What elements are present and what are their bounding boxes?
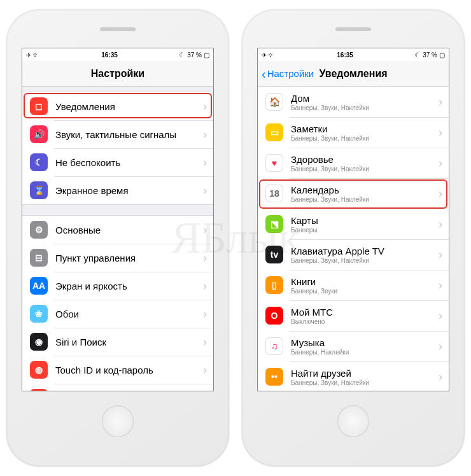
row-sublabel: Баннеры, Звуки [291,288,435,295]
chevron-right-icon: › [439,126,442,139]
row-label: Музыка [291,337,435,348]
wifi-icon: ᯤ [269,52,275,59]
home-button[interactable] [102,405,134,437]
dnd-moon-icon: ☾ [414,51,421,59]
row-mts[interactable]: O Мой МТС Выключено › [258,300,449,331]
chevron-right-icon: › [439,248,442,262]
back-label: Настройки [267,68,314,79]
row-calendar[interactable]: 18 Календарь Баннеры, Звуки, Наклейки › [258,178,449,209]
phone-left: ✈ ᯤ 16:35 ☾ 37 % ▢ Настройки ◻ Уведомлен… [6,10,229,466]
chevron-right-icon: › [203,363,207,377]
chevron-right-icon: › [439,309,442,323]
navbar: ‹ Настройки Уведомления [258,61,449,87]
row-notes[interactable]: ▭ Заметки Баннеры, Звуки, Наклейки › [258,117,449,148]
row-music[interactable]: ♫ Музыка Баннеры, Наклейки › [258,331,449,361]
row-siri[interactable]: ◉ Siri и Поиск › [22,328,213,356]
row-maps[interactable]: ⬔ Карты Баннеры › [258,209,449,239]
speaker [335,27,371,31]
row-label: Пункт управления [55,253,199,263]
airplane-icon: ✈ [262,52,267,59]
display-icon: AA [30,277,48,295]
row-screentime[interactable]: ⌛ Экранное время › [22,176,213,204]
chevron-right-icon: › [439,157,442,170]
chevron-right-icon: › [203,251,207,265]
general-icon: ⚙ [30,221,48,239]
mts-icon: O [265,307,283,325]
chevron-right-icon: › [439,370,442,384]
row-label: Клавиатура Apple TV [291,246,435,256]
row-sublabel: Баннеры, Звуки, Наклейки [291,257,435,264]
chevron-right-icon: › [439,95,442,109]
maps-icon: ⬔ [265,215,283,233]
chevron-right-icon: › [439,279,442,292]
row-label: Siri и Поиск [55,337,199,347]
row-label: Книги [291,276,435,287]
row-sounds[interactable]: 🔊 Звуки, тактильные сигналы › [22,120,213,148]
row-control[interactable]: ⊟ Пункт управления › [22,244,213,272]
home-icon: 🏠 [265,93,283,111]
airplane-icon: ✈ [26,52,31,59]
findfriends-icon: •• [265,368,283,386]
row-sublabel: Баннеры, Наклейки [291,349,435,356]
notifications-list[interactable]: 🏠 Дом Баннеры, Звуки, Наклейки › ▭ Замет… [258,87,449,391]
status-bar: ✈ ᯤ 16:35 ☾ 37 % ▢ [258,48,449,61]
touchid-icon: ◍ [30,361,48,379]
chevron-right-icon: › [203,335,207,349]
row-sublabel: Выключено [291,318,435,325]
chevron-right-icon: › [203,184,207,197]
row-label: Обои [55,309,199,319]
row-home[interactable]: 🏠 Дом Баннеры, Звуки, Наклейки › [258,87,449,117]
row-sublabel: Баннеры, Звуки, Наклейки [291,135,435,142]
row-label: Звуки, тактильные сигналы [55,129,199,140]
screen-left: ✈ ᯤ 16:35 ☾ 37 % ▢ Настройки ◻ Уведомлен… [22,48,214,391]
row-general[interactable]: ⚙ Основные › [22,216,213,244]
row-label: Найти друзей [291,368,435,379]
status-bar: ✈ ᯤ 16:35 ☾ 37 % ▢ [22,48,213,61]
battery-icon: ▢ [439,52,445,59]
row-sublabel: Баннеры, Звуки, Наклейки [291,196,435,203]
dnd-moon-icon: ☾ [179,51,186,59]
chevron-left-icon: ‹ [262,67,266,80]
notifications-icon: ◻ [30,97,48,115]
home-button[interactable] [337,405,369,437]
row-notifications[interactable]: ◻ Уведомления › [22,92,213,120]
calendar-icon: 18 [265,185,283,202]
battery-icon: ▢ [204,52,209,59]
settings-list[interactable]: ◻ Уведомления › 🔊 Звуки, тактильные сигн… [22,87,213,391]
nav-title: Уведомления [319,68,387,80]
row-label: Экран и яркость [55,281,199,291]
row-label: Не беспокоить [55,157,199,168]
row-label: Дом [291,93,435,104]
row-health[interactable]: ♥ Здоровье Баннеры, Звуки, Наклейки › [258,148,449,178]
row-findfriends[interactable]: •• Найти друзей Баннеры, Звуки, Наклейки… [258,361,449,391]
back-button[interactable]: ‹ Настройки [262,67,314,80]
status-time: 16:35 [101,52,118,59]
row-dnd[interactable]: ☾ Не беспокоить › [22,148,213,176]
screen-right: ✈ ᯤ 16:35 ☾ 37 % ▢ ‹ Настройки Уведомлен… [257,48,449,391]
notes-icon: ▭ [265,123,283,141]
navbar: Настройки [22,61,213,87]
chevron-right-icon: › [439,340,442,353]
chevron-right-icon: › [203,100,207,113]
row-books[interactable]: ▯ Книги Баннеры, Звуки › [258,270,449,300]
phone-right: ✈ ᯤ 16:35 ☾ 37 % ▢ ‹ Настройки Уведомлен… [242,10,465,466]
row-label: Touch ID и код-пароль [55,365,199,375]
row-sublabel: Баннеры, Звуки, Наклейки [291,104,435,111]
chevron-right-icon: › [203,128,207,141]
appletv-icon: tv [265,246,283,263]
row-display[interactable]: AA Экран и яркость › [22,272,213,300]
sos-icon: SOS [30,389,48,391]
speaker [100,27,136,31]
wallpaper-icon: ❀ [30,305,48,323]
chevron-right-icon: › [203,307,207,321]
row-wallpaper[interactable]: ❀ Обои › [22,300,213,328]
row-sos[interactable]: SOS Экстренный вызов — SOS › [22,384,213,391]
row-label: Календарь [291,185,435,195]
chevron-right-icon: › [439,187,442,200]
row-touchid[interactable]: ◍ Touch ID и код-пароль › [22,356,213,384]
row-label: Основные [55,225,199,235]
chevron-right-icon: › [203,223,207,237]
books-icon: ▯ [265,276,283,294]
chevron-right-icon: › [439,218,442,231]
row-appletv[interactable]: tv Клавиатура Apple TV Баннеры, Звуки, Н… [258,239,449,270]
